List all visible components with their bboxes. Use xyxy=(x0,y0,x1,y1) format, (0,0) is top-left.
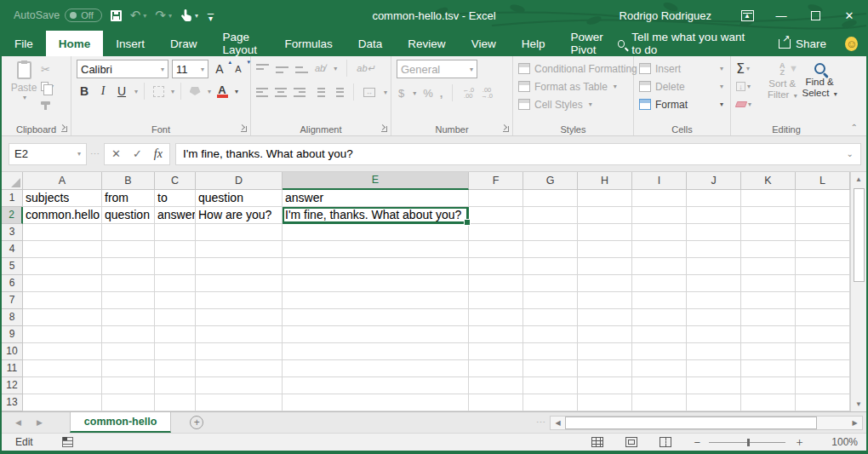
align-left-icon[interactable] xyxy=(256,88,268,97)
cell-K13[interactable] xyxy=(741,394,796,411)
row-header-10[interactable]: 10 xyxy=(2,343,23,360)
feedback-smiley-icon[interactable]: ☺ xyxy=(845,37,858,51)
cell-E12[interactable] xyxy=(283,377,469,394)
cell-G10[interactable] xyxy=(523,343,578,360)
cell-H11[interactable] xyxy=(578,360,632,377)
cell-D3[interactable] xyxy=(196,224,283,241)
sheet-grid[interactable]: ABCDEFGHIJKL1subjectsfromtoquestionanswe… xyxy=(2,172,850,411)
comma-format-button[interactable]: , xyxy=(440,87,443,100)
cell-H13[interactable] xyxy=(578,394,632,411)
cell-A1[interactable]: subjects xyxy=(23,190,102,207)
new-sheet-button[interactable]: + xyxy=(190,412,203,433)
cell-C10[interactable] xyxy=(155,343,196,360)
cell-L8[interactable] xyxy=(796,309,850,326)
cell-F4[interactable] xyxy=(469,241,523,258)
cell-D9[interactable] xyxy=(196,326,283,343)
cell-I8[interactable] xyxy=(632,309,687,326)
tab-review[interactable]: Review xyxy=(395,31,458,56)
column-header-B[interactable]: B xyxy=(102,172,155,190)
cell-G2[interactable] xyxy=(523,207,578,224)
cell-F5[interactable] xyxy=(469,258,523,275)
tab-view[interactable]: View xyxy=(459,31,509,56)
cell-E11[interactable] xyxy=(283,360,469,377)
cell-C5[interactable] xyxy=(155,258,196,275)
scroll-right-icon[interactable]: ▶ xyxy=(848,419,862,427)
cell-E13[interactable] xyxy=(283,394,469,411)
cell-B11[interactable] xyxy=(102,360,155,377)
vertical-scroll-thumb[interactable] xyxy=(854,188,865,282)
cell-E5[interactable] xyxy=(283,258,469,275)
alignment-dialog-launcher-icon[interactable] xyxy=(381,126,387,132)
cell-C6[interactable] xyxy=(155,275,196,292)
cell-L3[interactable] xyxy=(796,224,850,241)
column-header-A[interactable]: A xyxy=(23,172,102,190)
cell-D6[interactable] xyxy=(196,275,283,292)
copy-button[interactable]: ▾ xyxy=(41,79,54,93)
column-header-D[interactable]: D xyxy=(196,172,283,190)
tab-formulas[interactable]: Formulas xyxy=(272,31,345,56)
cell-B2[interactable]: question xyxy=(102,207,155,224)
decrease-indent-icon[interactable] xyxy=(312,88,324,97)
increase-decimal-button[interactable]: ←.0.00 xyxy=(462,87,474,99)
cell-B5[interactable] xyxy=(102,258,155,275)
align-right-icon[interactable] xyxy=(294,88,306,97)
cell-C9[interactable] xyxy=(155,326,196,343)
cell-E9[interactable] xyxy=(283,326,469,343)
cell-A2[interactable]: common.hello xyxy=(23,207,102,224)
cell-H8[interactable] xyxy=(578,309,632,326)
autosave-toggle[interactable]: AutoSave Off xyxy=(14,9,102,22)
cell-C1[interactable]: to xyxy=(155,190,196,207)
cell-E1[interactable]: answer xyxy=(283,190,469,207)
cell-J1[interactable] xyxy=(687,190,741,207)
row-header-8[interactable]: 8 xyxy=(2,309,23,326)
number-dialog-launcher-icon[interactable] xyxy=(503,126,509,132)
row-header-2[interactable]: 2 xyxy=(2,207,23,224)
column-header-K[interactable]: K xyxy=(741,172,796,190)
column-header-I[interactable]: I xyxy=(632,172,687,190)
scroll-left-icon[interactable]: ◀ xyxy=(551,419,565,427)
cell-G5[interactable] xyxy=(523,258,578,275)
horizontal-scrollbar[interactable]: ◀ ▶ xyxy=(550,416,863,430)
cell-D7[interactable] xyxy=(196,292,283,309)
cell-H9[interactable] xyxy=(578,326,632,343)
number-format-combobox[interactable]: General▾ xyxy=(397,60,477,78)
tab-draw[interactable]: Draw xyxy=(157,31,210,56)
cell-L4[interactable] xyxy=(796,241,850,258)
currency-format-button[interactable]: $ xyxy=(398,87,404,100)
cell-C8[interactable] xyxy=(155,309,196,326)
cell-G13[interactable] xyxy=(523,394,578,411)
cell-J3[interactable] xyxy=(687,224,741,241)
underline-button[interactable]: U xyxy=(114,83,129,100)
tab-data[interactable]: Data xyxy=(345,31,396,56)
cell-C12[interactable] xyxy=(155,377,196,394)
bold-button[interactable]: B xyxy=(77,83,92,100)
borders-button[interactable] xyxy=(151,83,166,100)
cell-H1[interactable] xyxy=(578,190,632,207)
font-color-button[interactable]: A xyxy=(214,83,230,100)
cell-L11[interactable] xyxy=(796,360,850,377)
cell-G11[interactable] xyxy=(523,360,578,377)
cell-E4[interactable] xyxy=(283,241,469,258)
column-header-H[interactable]: H xyxy=(578,172,632,190)
cell-I12[interactable] xyxy=(632,377,687,394)
cell-styles-button[interactable]: Cell Styles▾ xyxy=(518,95,630,113)
cell-B6[interactable] xyxy=(102,275,155,292)
cell-K9[interactable] xyxy=(741,326,796,343)
cell-D10[interactable] xyxy=(196,343,283,360)
cell-G7[interactable] xyxy=(523,292,578,309)
find-select-button[interactable]: Find & Select ▾ xyxy=(801,60,838,122)
cell-A7[interactable] xyxy=(23,292,102,309)
undo-button[interactable]: ↶▾ xyxy=(130,8,147,23)
horizontal-scroll-thumb[interactable] xyxy=(565,417,817,429)
column-header-J[interactable]: J xyxy=(687,172,741,190)
cell-I10[interactable] xyxy=(632,343,687,360)
cell-G6[interactable] xyxy=(523,275,578,292)
share-button[interactable]: Share xyxy=(779,37,826,50)
cell-B13[interactable] xyxy=(102,394,155,411)
wrap-text-icon[interactable]: ab↵ xyxy=(357,63,374,74)
cell-H6[interactable] xyxy=(578,275,632,292)
cell-B12[interactable] xyxy=(102,377,155,394)
cell-J12[interactable] xyxy=(687,377,741,394)
cell-G8[interactable] xyxy=(523,309,578,326)
cell-H7[interactable] xyxy=(578,292,632,309)
